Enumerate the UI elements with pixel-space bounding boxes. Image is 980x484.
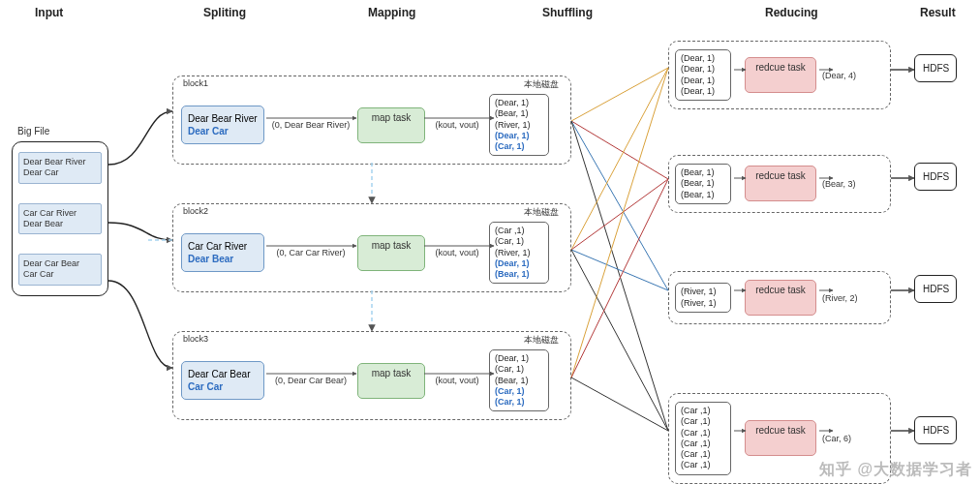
svg-line-11 [571,68,668,378]
svg-line-4 [571,121,668,179]
disk-label: 本地磁盘 [524,206,559,219]
map-task: map task [357,363,425,399]
kv: (Dear, 1) [681,86,725,97]
kv: (River, 1) [681,287,725,297]
file-line: Car Car River Dear Bear [18,203,102,235]
kv: (Bear, 1) [495,108,543,119]
kv: (Car, 1) [495,141,543,152]
stage-input: Input [35,6,63,19]
kv: (Car, 1) [495,386,543,397]
stage-shuffling: Shuffling [542,6,593,19]
block-label: block3 [183,334,208,344]
kv: (Bear, 1) [495,376,543,386]
svg-line-13 [571,378,668,431]
block-label: block2 [183,206,208,216]
split-line2: Dear Bear [188,253,258,265]
file-line: Dear Car Bear Car Car [18,254,102,286]
kv: (Dear, 1) [681,76,725,86]
kv: (Dear, 1) [681,64,725,75]
kv: (Car, 1) [495,364,543,375]
map-input-label: (0, Car Car River) [276,248,345,257]
map-input-label: (0, Dear Bear River) [272,120,351,130]
svg-line-7 [571,68,668,250]
kv: (Bear, 1) [495,269,543,280]
kv: (River, 1) [495,120,543,131]
reduce-group-bear: (Bear, 1) (Bear, 1) (Bear, 1) redcue tas… [668,155,891,213]
kv: (Dear, 1) [495,131,543,141]
split-box: Car Car River Dear Bear [181,233,264,272]
kv: (Dear, 1) [495,258,543,269]
reduce-out: (Car, 6) [822,434,851,443]
map-output: (Dear, 1) (Car, 1) (Bear, 1) (Car, 1) (C… [489,349,549,411]
map-output: (Dear, 1) (Bear, 1) (River, 1) (Dear, 1)… [489,94,549,156]
kv: (River, 1) [681,298,725,309]
split-line1: Dear Bear River [188,112,258,125]
svg-line-5 [571,121,668,290]
svg-line-6 [571,121,668,431]
kv: (Dear, 1) [681,53,725,64]
kv: (Car, 1) [495,397,543,408]
reduce-input: (Bear, 1) (Bear, 1) (Bear, 1) [675,164,731,204]
block-label: block1 [183,78,208,88]
reduce-task: redcue task [745,420,816,456]
kv-label: (kout, vout) [435,248,478,257]
disk-label: 本地磁盘 [524,334,559,347]
hdfs-output: HDFS [914,416,957,444]
split-line2: Car Car [188,380,258,393]
hdfs-output: HDFS [914,275,957,303]
reduce-group-dear: (Dear, 1) (Dear, 1) (Dear, 1) (Dear, 1) … [668,41,891,109]
reduce-out: (River, 2) [822,293,858,303]
kv: (Bear, 1) [681,190,725,200]
kv: (Car ,1) [681,439,725,449]
kv: (Car ,1) [681,406,725,416]
big-file-label: Big File [17,126,49,136]
split-line1: Car Car River [188,240,258,253]
reduce-task: redcue task [745,280,816,316]
reduce-out: (Dear, 4) [822,71,856,80]
svg-line-10 [571,250,668,431]
kv: (Dear, 1) [495,98,543,108]
disk-label: 本地磁盘 [524,78,559,91]
stage-result: Result [920,6,956,19]
kv-label: (kout, vout) [435,120,478,130]
watermark: 知乎 @大数据学习者 [819,460,972,480]
kv: (Car ,1) [681,449,725,460]
kv: (Car ,1) [681,460,725,470]
kv: (Dear, 1) [495,353,543,364]
kv: (River, 1) [495,248,543,258]
stage-splitting: Spliting [203,6,246,19]
reduce-task: redcue task [745,166,816,201]
reduce-input: (River, 1) (River, 1) [675,283,731,313]
split-box: Dear Bear River Dear Car [181,106,264,144]
file-line: Dear Bear River Dear Car [18,152,102,184]
map-task: map task [357,107,425,143]
kv: (Car ,1) [495,226,543,236]
kv: (Bear, 1) [681,178,725,189]
stage-mapping: Mapping [368,6,415,19]
reduce-input: (Car ,1) (Car ,1) (Car ,1) (Car ,1) (Car… [675,402,731,475]
kv: (Car ,1) [681,416,725,427]
map-output: (Car ,1) (Car, 1) (River, 1) (Dear, 1) (… [489,222,549,284]
kv-label: (kout, vout) [435,376,478,385]
stage-reducing: Reducing [765,6,818,19]
kv: (Bear, 1) [681,167,725,178]
split-line1: Dear Car Bear [188,368,258,380]
big-file: Dear Bear River Dear Car Car Car River D… [12,141,108,296]
kv: (Car, 1) [495,236,543,247]
block-group-1: block1 本地磁盘 Dear Bear River Dear Car (0,… [172,76,571,165]
split-line2: Dear Car [188,125,258,137]
split-box: Dear Car Bear Car Car [181,361,264,400]
hdfs-output: HDFS [914,54,957,82]
reduce-group-river: (River, 1) (River, 1) redcue task (River… [668,271,891,324]
svg-line-3 [571,68,668,121]
map-task: map task [357,235,425,271]
svg-line-12 [571,179,668,378]
block-group-3: block3 本地磁盘 Dear Car Bear Car Car (0, De… [172,331,571,420]
map-input-label: (0, Dear Car Bear) [275,376,347,385]
reduce-task: redcue task [745,57,816,93]
reduce-input: (Dear, 1) (Dear, 1) (Dear, 1) (Dear, 1) [675,49,731,101]
block-group-2: block2 本地磁盘 Car Car River Dear Bear (0, … [172,203,571,292]
reduce-out: (Bear, 3) [822,179,856,189]
hdfs-output: HDFS [914,163,957,191]
svg-line-8 [571,179,668,250]
